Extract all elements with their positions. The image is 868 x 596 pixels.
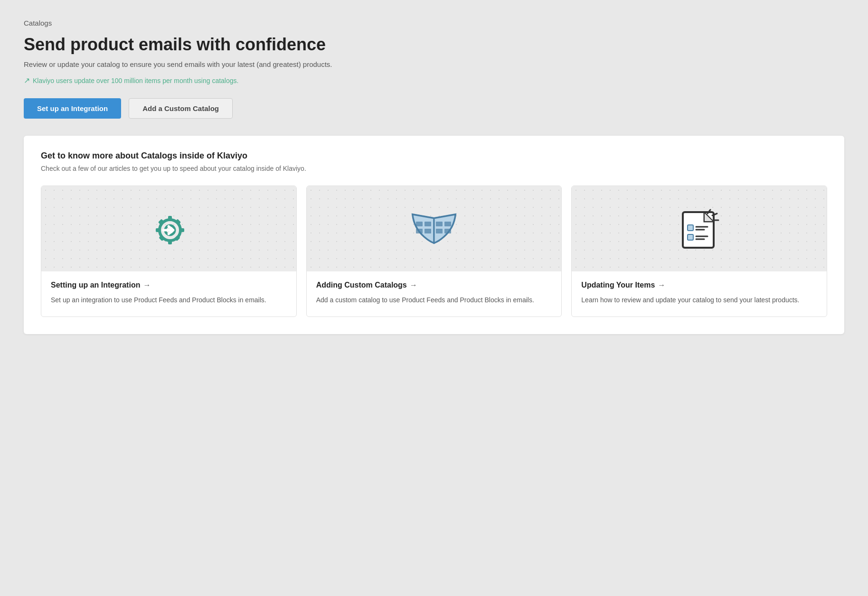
article-2-title: Adding Custom Catalogs → xyxy=(316,281,552,289)
article-card-1[interactable]: Setting up an Integration → Set up an in… xyxy=(41,186,297,317)
integration-icon xyxy=(142,203,195,255)
svg-rect-3 xyxy=(168,240,172,244)
trend-icon: ↗ xyxy=(24,76,30,85)
svg-rect-17 xyxy=(444,222,451,226)
article-card-3[interactable]: Updating Your Items → Learn how to revie… xyxy=(571,186,827,317)
article-2-desc: Add a custom catalog to use Product Feed… xyxy=(316,295,552,305)
stat-text: Klaviyo users update over 100 million it… xyxy=(33,77,238,84)
page-subtitle: Review or update your catalog to ensure … xyxy=(24,60,844,68)
svg-rect-5 xyxy=(179,228,184,232)
article-card-2[interactable]: Adding Custom Catalogs → Add a custom ca… xyxy=(306,186,562,317)
svg-rect-11 xyxy=(416,222,423,226)
info-card: Get to know more about Catalogs inside o… xyxy=(24,136,844,334)
svg-rect-21 xyxy=(688,225,693,231)
svg-rect-24 xyxy=(688,234,693,240)
page-heading: Send product emails with confidence xyxy=(24,35,844,55)
catalog-icon xyxy=(406,205,462,252)
article-grid: Setting up an Integration → Set up an in… xyxy=(41,186,827,317)
svg-rect-15 xyxy=(436,222,443,226)
svg-rect-2 xyxy=(168,216,172,221)
info-card-title: Get to know more about Catalogs inside o… xyxy=(41,151,827,161)
article-1-title: Setting up an Integration → xyxy=(51,281,287,289)
svg-rect-13 xyxy=(425,222,431,226)
arrow-icon-1: → xyxy=(143,281,151,289)
svg-rect-18 xyxy=(444,229,451,233)
svg-rect-4 xyxy=(156,228,160,232)
svg-rect-12 xyxy=(416,229,423,233)
svg-rect-16 xyxy=(436,229,443,233)
svg-rect-14 xyxy=(425,229,431,233)
add-custom-catalog-button[interactable]: Add a Custom Catalog xyxy=(129,98,233,119)
arrow-icon-2: → xyxy=(410,281,417,289)
setup-integration-button[interactable]: Set up an Integration xyxy=(24,98,121,119)
article-3-title: Updating Your Items → xyxy=(581,281,817,289)
article-3-desc: Learn how to review and update your cata… xyxy=(581,295,817,305)
info-card-subtitle: Check out a few of our articles to get y… xyxy=(41,165,827,172)
arrow-icon-3: → xyxy=(658,281,665,289)
page-breadcrumb: Catalogs xyxy=(24,19,844,27)
article-1-desc: Set up an integration to use Product Fee… xyxy=(51,295,287,305)
update-items-icon xyxy=(673,205,726,252)
